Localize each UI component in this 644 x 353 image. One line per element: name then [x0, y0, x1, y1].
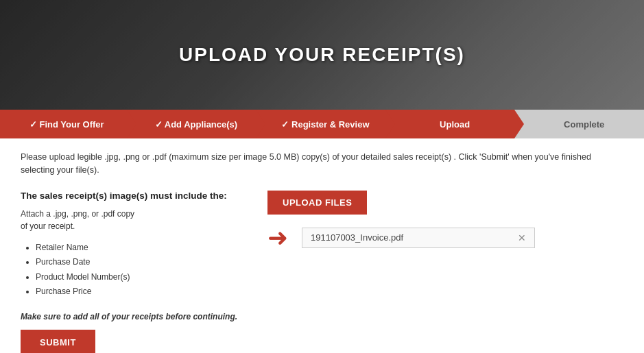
step-complete: Complete — [514, 110, 644, 138]
req-purchase-date: Purchase Date — [36, 255, 240, 270]
step-register-review[interactable]: ✓ Register & Review — [256, 110, 385, 138]
req-model-number: Product Model Number(s) — [36, 270, 240, 285]
arrow-icon: ➜ — [267, 226, 288, 250]
attach-note: Attach a .jpg, .png, or .pdf copyof your… — [21, 208, 240, 232]
req-purchase-price: Purchase Price — [36, 284, 240, 300]
upload-files-button[interactable]: UPLOAD FILES — [267, 191, 367, 215]
reminder-text: Make sure to add all of your receipts be… — [21, 312, 623, 321]
submit-button[interactable]: SUBMIT — [21, 330, 95, 353]
left-panel: The sales receipt(s) image(s) must inclu… — [21, 191, 240, 300]
step-add-appliances[interactable]: ✓ Add Appliance(s) — [127, 110, 257, 138]
page-title: UPLOAD YOUR RECEIPT(S) — [179, 44, 465, 66]
right-panel: UPLOAD FILES ➜ 191107003_Invoice.pdf ✕ — [267, 191, 623, 300]
step-upload[interactable]: Upload — [385, 110, 515, 138]
steps-bar: ✓ Find Your Offer ✓ Add Appliance(s) ✓ R… — [0, 110, 644, 138]
file-name: 191107003_Invoice.pdf — [311, 232, 511, 243]
hero-banner: UPLOAD YOUR RECEIPT(S) — [0, 0, 644, 110]
requirements-list: Retailer Name Purchase Date Product Mode… — [21, 241, 240, 300]
requirements-heading: The sales receipt(s) image(s) must inclu… — [21, 191, 240, 201]
remove-file-button[interactable]: ✕ — [518, 232, 526, 243]
file-display: 191107003_Invoice.pdf ✕ — [302, 228, 535, 248]
intro-paragraph: Please upload legible .jpg, .png or .pdf… — [21, 151, 623, 177]
req-retailer: Retailer Name — [36, 241, 240, 256]
file-row: ➜ 191107003_Invoice.pdf ✕ — [267, 226, 623, 250]
step-find-offer[interactable]: ✓ Find Your Offer — [0, 110, 127, 138]
main-area: The sales receipt(s) image(s) must inclu… — [21, 191, 623, 300]
main-content: Please upload legible .jpg, .png or .pdf… — [0, 138, 644, 353]
